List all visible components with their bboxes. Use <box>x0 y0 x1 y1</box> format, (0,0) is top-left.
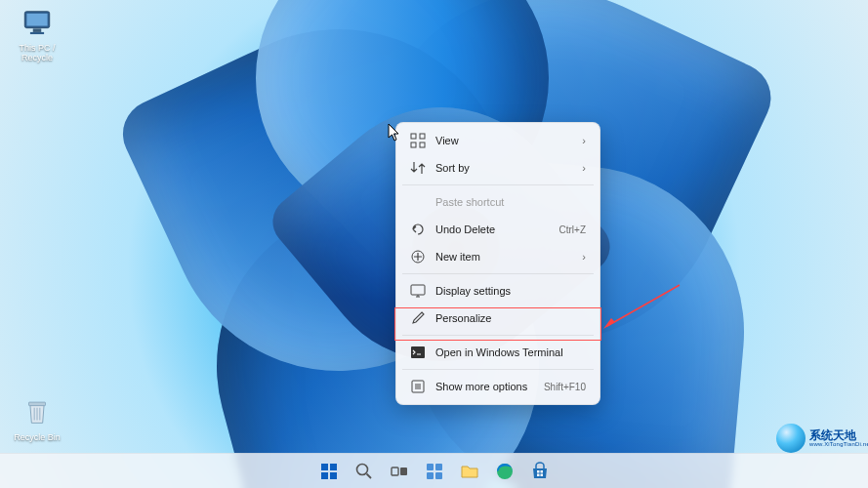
svg-rect-3 <box>30 32 44 34</box>
svg-point-22 <box>356 464 367 474</box>
svg-rect-13 <box>411 285 425 295</box>
globe-icon <box>776 424 806 453</box>
menu-item-label: View <box>435 135 582 146</box>
pc-icon <box>21 6 54 39</box>
watermark-text-en: www.XiTongTianDi.net <box>809 441 868 447</box>
chevron-right-icon: › <box>582 135 586 146</box>
desktop-icon-recyclebin[interactable]: Recycle Bin <box>6 395 68 443</box>
menu-item-sortby[interactable]: Sort by › <box>400 154 596 182</box>
desktop[interactable]: This PC / Recycle Recycle Bin View › Sor… <box>0 0 868 488</box>
view-grid-icon <box>410 133 426 148</box>
menu-item-label: Display settings <box>435 285 586 297</box>
menu-item-paste-shortcut: Paste shortcut <box>400 188 596 216</box>
menu-item-undo-delete[interactable]: Undo Delete Ctrl+Z <box>400 216 596 243</box>
menu-item-label: Sort by <box>435 162 582 174</box>
watermark-logo: 系统天地 www.XiTongTianDi.net <box>776 424 864 453</box>
chevron-right-icon: › <box>582 251 586 263</box>
svg-rect-33 <box>537 473 540 476</box>
taskbar-taskview-button[interactable] <box>383 455 415 487</box>
svg-rect-4 <box>29 402 46 406</box>
new-icon <box>410 249 426 264</box>
svg-rect-34 <box>540 473 543 476</box>
menu-item-label: New item <box>435 251 582 263</box>
svg-rect-1 <box>26 14 47 26</box>
svg-rect-31 <box>537 470 540 473</box>
watermark-text-zh: 系统天地 <box>809 429 868 441</box>
annotation-arrow <box>603 283 682 332</box>
widgets-icon <box>425 462 444 481</box>
svg-rect-32 <box>540 470 543 473</box>
menu-separator <box>402 184 594 185</box>
svg-rect-14 <box>411 346 425 358</box>
taskbar-store-button[interactable] <box>523 455 556 487</box>
menu-separator <box>402 273 594 274</box>
undo-icon <box>410 222 426 237</box>
svg-rect-28 <box>427 472 434 479</box>
svg-rect-29 <box>435 472 442 479</box>
svg-rect-19 <box>330 464 337 470</box>
menu-separator <box>402 369 594 370</box>
desktop-icon-label: Recycle Bin <box>6 433 68 443</box>
edge-icon <box>495 462 515 481</box>
menu-item-label: Open in Windows Terminal <box>435 346 586 358</box>
svg-rect-24 <box>392 468 398 475</box>
sort-icon <box>410 160 426 176</box>
svg-rect-21 <box>330 472 337 479</box>
menu-item-view[interactable]: View › <box>400 127 596 154</box>
taskbar-start-button[interactable] <box>312 455 345 487</box>
menu-item-display-settings[interactable]: Display settings <box>400 277 596 305</box>
desktop-icon-thispc[interactable]: This PC / Recycle <box>6 6 68 63</box>
svg-rect-8 <box>411 134 416 139</box>
desktop-icon-label: This PC / Recycle <box>6 44 68 63</box>
taskbar-explorer-button[interactable] <box>453 455 485 487</box>
menu-item-accelerator: Shift+F10 <box>544 382 586 392</box>
store-icon <box>530 462 550 481</box>
menu-item-open-terminal[interactable]: Open in Windows Terminal <box>400 339 596 366</box>
chevron-right-icon: › <box>582 162 586 174</box>
display-icon <box>410 283 426 299</box>
menu-item-accelerator: Ctrl+Z <box>559 224 587 235</box>
personalize-icon <box>410 310 426 326</box>
terminal-icon <box>410 345 426 360</box>
svg-rect-25 <box>400 468 407 475</box>
svg-rect-11 <box>420 142 425 147</box>
blank-icon <box>410 194 426 210</box>
svg-marker-17 <box>603 318 615 329</box>
taskbar <box>0 453 868 488</box>
task-view-icon <box>390 462 409 481</box>
svg-rect-10 <box>411 142 416 147</box>
svg-rect-26 <box>427 464 434 470</box>
menu-item-label: Paste shortcut <box>435 196 586 208</box>
menu-item-label: Personalize <box>435 312 586 324</box>
svg-rect-18 <box>321 464 328 470</box>
menu-item-show-more-options[interactable]: Show more options Shift+F10 <box>400 373 596 400</box>
mouse-cursor <box>388 123 401 142</box>
menu-separator <box>402 335 594 336</box>
svg-rect-27 <box>435 464 442 470</box>
menu-item-label: Undo Delete <box>435 224 552 235</box>
menu-item-new[interactable]: New item › <box>400 243 596 270</box>
menu-item-personalize[interactable]: Personalize <box>400 305 596 332</box>
menu-item-label: Show more options <box>435 381 536 392</box>
taskbar-search-button[interactable] <box>348 455 380 487</box>
svg-line-16 <box>607 285 680 326</box>
desktop-context-menu: View › Sort by › Paste shortcut Undo Del… <box>395 122 600 405</box>
file-explorer-icon <box>460 462 479 481</box>
svg-rect-2 <box>33 28 42 32</box>
taskbar-edge-button[interactable] <box>488 455 520 487</box>
svg-rect-9 <box>420 134 425 139</box>
svg-line-23 <box>366 473 371 478</box>
taskbar-widgets-button[interactable] <box>418 455 450 487</box>
more-options-icon <box>410 379 426 394</box>
search-icon <box>354 462 374 481</box>
windows-start-icon <box>319 462 339 481</box>
recycle-bin-icon <box>21 395 54 428</box>
svg-rect-20 <box>321 472 328 479</box>
